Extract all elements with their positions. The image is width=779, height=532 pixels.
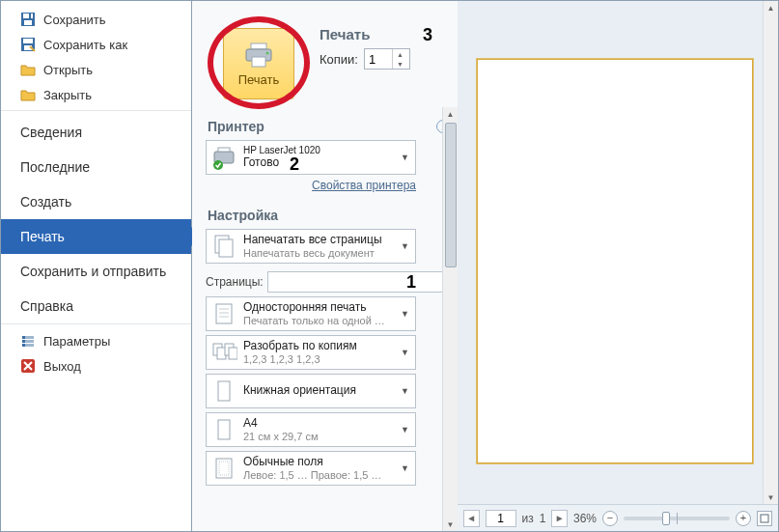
backstage-sidebar: Сохранить Сохранить как Открыть Закрыть …: [1, 1, 192, 531]
print-button-label: Печать: [238, 72, 280, 87]
printer-status-icon: [210, 144, 237, 171]
a4-icon: [210, 416, 237, 443]
svg-rect-31: [218, 381, 230, 401]
spinner-down-icon[interactable]: ▼: [392, 59, 407, 69]
scroll-up-icon[interactable]: ▲: [444, 107, 458, 121]
menu-save[interactable]: Сохранить: [1, 7, 191, 32]
copies-spinner[interactable]: ▲▼: [364, 48, 410, 70]
menu-open[interactable]: Открыть: [1, 57, 191, 82]
printer-section-header: Принтер: [208, 119, 264, 134]
chevron-down-icon: ▼: [399, 386, 411, 396]
menu-label: Открыть: [43, 63, 93, 77]
preview-scrollbar[interactable]: ▲ ▼: [763, 1, 778, 504]
menu-save-as[interactable]: Сохранить как: [1, 32, 191, 57]
annotation-2: 2: [290, 154, 299, 175]
svg-rect-1: [23, 14, 33, 18]
one-sided-icon: [210, 300, 237, 327]
settings-section-header: Настройка: [208, 208, 278, 223]
opt-print-all[interactable]: Напечатать все страницыНапечатать весь д…: [206, 229, 416, 264]
svg-rect-19: [218, 148, 230, 152]
svg-rect-14: [251, 43, 266, 49]
next-page-button[interactable]: ►: [551, 510, 568, 527]
opt-title: Односторонняя печать: [243, 301, 393, 315]
menu-save-send[interactable]: Сохранить и отправить: [1, 254, 191, 289]
zoom-thumb[interactable]: [662, 512, 670, 525]
svg-rect-2: [24, 20, 32, 25]
menu-info[interactable]: Сведения: [1, 115, 191, 150]
spinner-up-icon[interactable]: ▲: [392, 49, 407, 59]
svg-rect-32: [218, 420, 230, 439]
annotation-1: 1: [406, 272, 416, 293]
menu-recent[interactable]: Последние: [1, 150, 191, 184]
menu-exit[interactable]: Выход: [1, 353, 191, 378]
menu-print[interactable]: Печать: [1, 219, 191, 254]
zoom-slider[interactable]: [624, 517, 730, 520]
svg-rect-22: [219, 239, 233, 257]
annotation-3: 3: [423, 25, 432, 45]
svg-rect-5: [23, 39, 33, 43]
menu-label: Параметры: [43, 334, 110, 349]
scroll-down-icon[interactable]: ▼: [444, 518, 458, 531]
copies-label: Копии:: [320, 52, 358, 67]
menu-label: Справка: [20, 298, 73, 314]
page-number-input[interactable]: [486, 510, 516, 527]
menu-label: Печать: [20, 229, 65, 244]
opt-sub: Напечатать весь документ: [243, 247, 393, 260]
opt-sub: 21 см x 29,7 см: [243, 431, 393, 443]
menu-label: Сведения: [20, 125, 82, 140]
portrait-icon: [210, 378, 237, 405]
menu-help[interactable]: Справка: [1, 289, 191, 324]
print-button[interactable]: Печать: [223, 28, 294, 99]
svg-point-20: [213, 160, 223, 170]
chevron-down-icon: ▼: [399, 463, 411, 473]
margins-icon: [210, 455, 237, 482]
menu-label: Сохранить как: [43, 38, 127, 52]
menu-label: Последние: [20, 159, 90, 175]
opt-title: A4: [243, 417, 393, 431]
page-of-label: из: [522, 512, 534, 525]
open-icon: [20, 62, 36, 77]
printer-icon: [243, 42, 274, 69]
menu-options[interactable]: Параметры: [1, 328, 191, 353]
opt-collate[interactable]: Разобрать по копиям1,2,3 1,2,3 1,2,3 ▼: [206, 335, 416, 370]
printer-properties-link[interactable]: Свойства принтера: [206, 179, 416, 192]
opt-orientation[interactable]: Книжная ориентация ▼: [206, 374, 416, 408]
svg-point-17: [266, 51, 269, 54]
opt-one-sided[interactable]: Односторонняя печатьПечатать только на о…: [206, 296, 416, 331]
opt-title: Обычные поля: [243, 456, 393, 469]
prev-page-button[interactable]: ◄: [463, 510, 480, 527]
svg-rect-30: [229, 348, 237, 359]
opt-sub: Печатать только на одной …: [243, 315, 393, 327]
fit-to-page-button[interactable]: [757, 511, 772, 526]
menu-new[interactable]: Создать: [1, 184, 191, 219]
menu-label: Создать: [20, 194, 71, 210]
save-icon: [20, 12, 36, 27]
svg-rect-3: [29, 14, 31, 18]
zoom-in-button[interactable]: +: [736, 511, 751, 526]
chevron-down-icon: ▼: [399, 348, 411, 357]
scroll-thumb[interactable]: [445, 123, 457, 267]
preview-status-bar: ◄ из 1 ► 36% − +: [458, 504, 778, 531]
chevron-down-icon: ▼: [399, 241, 411, 251]
exit-icon: [20, 358, 36, 374]
scroll-down-icon[interactable]: ▼: [765, 490, 778, 504]
menu-close[interactable]: Закрыть: [1, 82, 191, 111]
printer-selector[interactable]: HP LaserJet 1020 Готово ▼ 2: [206, 140, 416, 175]
print-panel: Печать Печать Копии: ▲▼ 3 Принтер i: [192, 1, 458, 531]
zoom-out-button[interactable]: −: [602, 511, 618, 526]
svg-rect-10: [22, 336, 25, 339]
pages-all-icon: [210, 233, 237, 260]
opt-title: Напечатать все страницы: [243, 234, 393, 247]
opt-sub: 1,2,3 1,2,3 1,2,3: [243, 353, 393, 366]
opt-margins[interactable]: Обычные поляЛевое: 1,5 … Правое: 1,5 … ▼: [206, 451, 416, 486]
opt-paper-size[interactable]: A421 см x 29,7 см ▼: [206, 412, 416, 447]
copies-input[interactable]: [365, 51, 392, 68]
preview-page: [477, 59, 753, 463]
scroll-up-icon[interactable]: ▲: [765, 1, 778, 14]
collate-icon: [210, 339, 237, 366]
svg-rect-11: [22, 340, 25, 343]
pages-label: Страницы:: [206, 275, 264, 289]
close-folder-icon: [20, 87, 36, 102]
menu-label: Сохранить и отправить: [20, 264, 166, 279]
settings-scrollbar[interactable]: ▲ ▼: [442, 107, 458, 531]
